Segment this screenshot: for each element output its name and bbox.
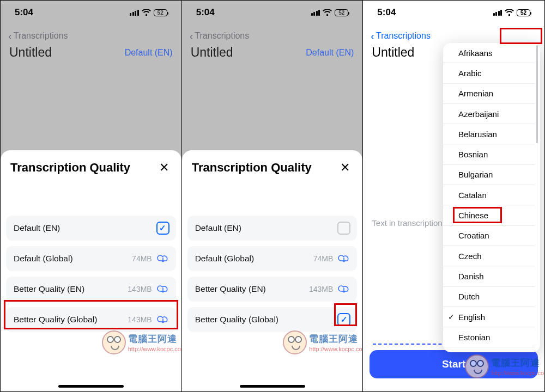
cloud-download-icon: [156, 314, 169, 325]
wifi-icon: [323, 9, 332, 16]
cloud-download-icon: [156, 284, 169, 295]
page-title: Untitled: [9, 45, 52, 60]
option-label: Better Quality (Global): [14, 315, 97, 324]
language-option[interactable]: English: [443, 307, 535, 327]
option-label: Better Quality (EN): [195, 284, 266, 294]
language-option[interactable]: Bosnian: [443, 144, 535, 164]
page-title: Untitled: [372, 45, 414, 60]
quality-option[interactable]: Default (Global) 74MB: [187, 246, 358, 271]
cloud-download-icon: [156, 253, 169, 264]
quality-sheet: Transcription Quality ✕ Default (EN) Def…: [182, 150, 363, 391]
language-option[interactable]: Azerbaijani: [443, 104, 535, 124]
language-option[interactable]: Chinese: [443, 205, 535, 225]
status-time: 5:04: [377, 7, 396, 18]
quality-option[interactable]: Default (Global) 74MB: [6, 246, 176, 271]
status-bar: 5:04 52: [182, 1, 363, 24]
checkbox-checked-icon: [156, 222, 169, 235]
option-label: Better Quality (EN): [14, 284, 84, 294]
start-button[interactable]: Start: [370, 350, 538, 378]
home-indicator: [58, 385, 124, 388]
option-label: Default (EN): [14, 223, 60, 233]
quality-option[interactable]: Better Quality (EN) 143MB: [6, 277, 176, 302]
language-button[interactable]: Default (EN): [125, 48, 173, 58]
language-popover: AfrikaansArabicArmenianAzerbaijaniBelaru…: [443, 43, 540, 352]
status-bar: 5:04 52: [1, 1, 181, 24]
cloud-download-icon: [337, 284, 350, 295]
close-icon: ✕: [340, 161, 350, 175]
option-size: 74MB: [132, 254, 152, 263]
language-option[interactable]: Croatian: [443, 226, 535, 246]
quality-option[interactable]: Better Quality (Global): [187, 307, 358, 332]
sheet-heading: Transcription Quality: [192, 161, 312, 175]
battery-icon: 52: [335, 9, 348, 16]
cellular-icon: [311, 10, 320, 16]
chevron-left-icon: ‹: [371, 30, 374, 41]
quality-option[interactable]: Better Quality (EN) 143MB: [187, 277, 358, 302]
language-option[interactable]: Danish: [443, 266, 535, 286]
language-option[interactable]: Catalan: [443, 185, 535, 205]
back-label: Transcriptions: [14, 31, 68, 41]
back-label: Transcriptions: [376, 31, 431, 41]
cellular-icon: [130, 10, 139, 16]
language-option[interactable]: Bulgarian: [443, 165, 535, 185]
close-icon: ✕: [159, 161, 169, 175]
language-option[interactable]: Armenian: [443, 84, 535, 104]
option-label: Default (EN): [195, 223, 241, 233]
scrollbar[interactable]: [536, 45, 538, 143]
watermark: 電腦王阿達 http://www.kocpc.com.tw: [102, 329, 178, 359]
back-label: Transcriptions: [195, 31, 249, 41]
language-option[interactable]: Dutch: [443, 287, 535, 307]
wifi-icon: [505, 9, 514, 16]
battery-icon: 52: [517, 9, 530, 16]
quality-sheet: Transcription Quality ✕ Default (EN) Def…: [1, 150, 181, 391]
checkbox-checked-icon: [337, 313, 350, 326]
option-label: Default (Global): [195, 254, 255, 264]
battery-icon: 52: [154, 9, 167, 16]
transcription-placeholder: Text in transcription: [372, 218, 442, 228]
option-label: Default (Global): [14, 254, 73, 264]
close-button[interactable]: ✕: [156, 160, 172, 175]
home-indicator: [240, 385, 305, 388]
language-option[interactable]: Belarusian: [443, 124, 535, 144]
sheet-heading: Transcription Quality: [10, 161, 130, 175]
status-time: 5:04: [15, 7, 33, 18]
back-button[interactable]: ‹ Transcriptions: [1, 28, 181, 44]
language-option[interactable]: Finnish: [443, 347, 535, 352]
back-button[interactable]: ‹ Transcriptions: [363, 28, 544, 44]
option-size: 143MB: [128, 315, 152, 324]
wifi-icon: [142, 9, 151, 16]
checkbox-unchecked-icon: [337, 222, 350, 235]
watermark: 電腦王阿達 http://www.kocpc.com.tw: [283, 329, 359, 359]
cellular-icon: [493, 10, 502, 16]
page-title: Untitled: [191, 45, 233, 60]
back-button[interactable]: ‹ Transcriptions: [182, 28, 363, 44]
status-bar: 5:04 52: [363, 1, 544, 24]
chevron-left-icon: ‹: [8, 30, 12, 41]
close-button[interactable]: ✕: [337, 160, 353, 175]
language-option[interactable]: Afrikaans: [443, 43, 535, 63]
quality-option[interactable]: Default (EN): [187, 216, 358, 241]
option-label: Better Quality (Global): [195, 315, 278, 324]
option-size: 74MB: [313, 254, 334, 263]
status-time: 5:04: [196, 7, 215, 18]
option-size: 143MB: [309, 285, 333, 293]
quality-option[interactable]: Better Quality (Global) 143MB: [6, 307, 176, 332]
quality-option[interactable]: Default (EN): [6, 216, 176, 241]
chevron-left-icon: ‹: [190, 30, 193, 41]
language-option[interactable]: Arabic: [443, 63, 535, 83]
option-size: 143MB: [128, 285, 152, 293]
language-button[interactable]: Default (EN): [306, 48, 354, 58]
cloud-download-icon: [337, 253, 350, 264]
language-option[interactable]: Czech: [443, 246, 535, 266]
language-option[interactable]: Estonian: [443, 327, 535, 347]
